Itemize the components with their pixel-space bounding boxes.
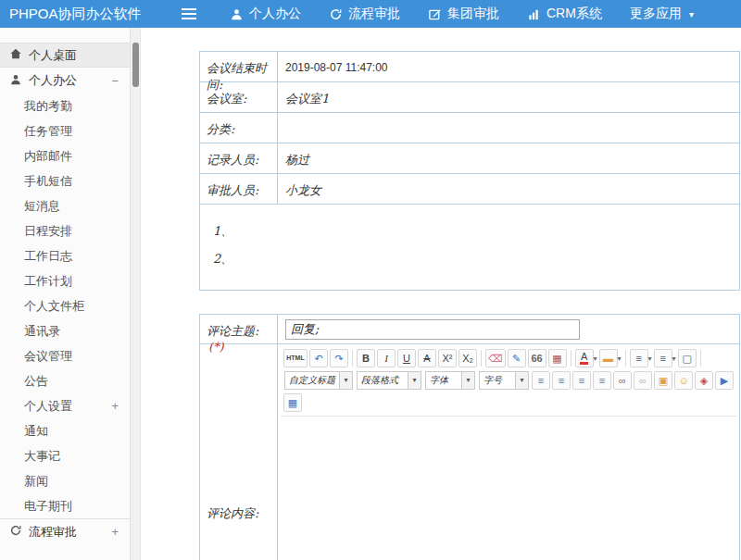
nav-workflow-approval[interactable]: 流程审批 bbox=[329, 6, 400, 22]
sidebar-item-big-events[interactable]: 大事记 bbox=[0, 443, 130, 468]
undo-icon[interactable]: ↶ bbox=[309, 349, 328, 367]
emoticon-icon[interactable]: ☺ bbox=[674, 371, 693, 390]
sidebar-item-news[interactable]: 新闻 bbox=[0, 468, 130, 493]
font-color-button[interactable]: A bbox=[575, 349, 594, 367]
sidebar-item-mobile-sms[interactable]: 手机短信 bbox=[0, 168, 130, 193]
underline-button[interactable]: U bbox=[397, 349, 416, 367]
field-label: 分类: bbox=[200, 113, 278, 143]
superscript-button[interactable]: X² bbox=[438, 349, 457, 367]
sidebar-item-personal-files[interactable]: 个人文件柜 bbox=[0, 293, 130, 318]
toolbar-separator bbox=[700, 350, 701, 367]
redo-icon[interactable]: ↷ bbox=[330, 349, 348, 367]
top-nav: 个人办公 流程审批 集团审批 CRM系统 更多应用 ▾ bbox=[230, 6, 722, 22]
person-icon bbox=[230, 7, 244, 21]
caret-down-icon[interactable]: ▾ bbox=[462, 371, 475, 390]
sidebar-item-notice[interactable]: 通知 bbox=[0, 418, 130, 443]
highlighter-button[interactable]: ▬ bbox=[599, 349, 618, 367]
nav-more-apps[interactable]: 更多应用 ▾ bbox=[630, 6, 694, 22]
meeting-content-cell: 1、 2、 bbox=[200, 205, 739, 290]
menu-toggle-icon[interactable] bbox=[182, 5, 206, 23]
field-label: 评论内容: bbox=[200, 344, 278, 560]
custom-title-dropdown[interactable]: 自定义标题 ▾ bbox=[284, 371, 353, 390]
nav-crm[interactable]: CRM系统 bbox=[527, 6, 602, 22]
align-center-button[interactable]: ≡ bbox=[552, 371, 571, 390]
sidebar-item-schedule[interactable]: 日程安排 bbox=[0, 218, 130, 243]
editor-content-area[interactable] bbox=[281, 416, 736, 560]
sidebar-item-personal-settings[interactable]: 个人设置 + bbox=[0, 393, 130, 418]
paragraph-format-dropdown[interactable]: 段落格式 ▾ bbox=[357, 371, 421, 390]
collapse-icon[interactable]: − bbox=[111, 74, 119, 88]
insert-table-button[interactable]: ▦ bbox=[283, 393, 302, 412]
scrollbar-thumb[interactable] bbox=[132, 43, 139, 87]
sidebar-item-short-message[interactable]: 短消息 bbox=[0, 193, 130, 218]
approver-row: 审批人员: 小龙女 bbox=[200, 174, 739, 205]
sidebar-item-task-management[interactable]: 任务管理 bbox=[0, 118, 130, 143]
editor-toolbar-row3: ▦ bbox=[281, 392, 736, 414]
vertical-scrollbar[interactable] bbox=[130, 28, 141, 560]
insert-image-icon[interactable]: ▣ bbox=[654, 371, 672, 390]
sidebar-group-personal-office[interactable]: 个人办公 − bbox=[0, 68, 130, 93]
home-icon bbox=[9, 47, 22, 63]
nav-group-approval[interactable]: 集团审批 bbox=[428, 6, 499, 22]
toolbar-separator bbox=[625, 350, 626, 367]
sidebar-item-my-attendance[interactable]: 我的考勤 bbox=[0, 93, 130, 118]
font-size-dropdown[interactable]: 字号 ▾ bbox=[479, 371, 529, 390]
media-icon[interactable]: ▶ bbox=[715, 371, 734, 390]
sidebar-item-contacts[interactable]: 通讯录 bbox=[0, 318, 130, 343]
blockquote-icon[interactable]: 66 bbox=[528, 349, 546, 367]
bold-button[interactable]: B bbox=[357, 349, 375, 367]
content-area: 会议结束时间: 2019-08-07 11:47:00 会议室: 会议室1 分类… bbox=[141, 28, 741, 560]
source-html-button[interactable]: HTML bbox=[283, 349, 308, 367]
font-family-dropdown[interactable]: 字体 ▾ bbox=[425, 371, 475, 390]
toolbar-separator bbox=[352, 350, 353, 367]
new-document-button[interactable]: ▢ bbox=[678, 349, 697, 367]
expand-icon[interactable]: + bbox=[111, 525, 119, 539]
refresh-icon bbox=[9, 524, 22, 540]
align-left-button[interactable]: ≡ bbox=[532, 371, 550, 390]
unordered-list-button[interactable]: ≡ bbox=[654, 349, 672, 367]
meeting-room-row: 会议室: 会议室1 bbox=[200, 82, 739, 113]
expand-icon[interactable]: + bbox=[111, 393, 119, 418]
format-brush-icon[interactable]: ✎ bbox=[508, 349, 526, 367]
strikethrough-button[interactable]: A bbox=[418, 349, 436, 367]
sidebar-item-work-plan[interactable]: 工作计划 bbox=[0, 268, 130, 293]
caret-down-icon[interactable]: ▾ bbox=[648, 355, 652, 363]
category-row: 分类: bbox=[200, 113, 739, 143]
align-justify-button[interactable]: ≡ bbox=[593, 371, 611, 390]
subscript-button[interactable]: X₂ bbox=[458, 349, 477, 367]
caret-down-icon[interactable]: ▾ bbox=[340, 371, 353, 390]
sidebar-item-announcement[interactable]: 公告 bbox=[0, 368, 130, 393]
sidebar-item-work-log[interactable]: 工作日志 bbox=[0, 243, 130, 268]
caret-down-icon[interactable]: ▾ bbox=[618, 355, 622, 363]
sidebar-item-e-journal[interactable]: 电子期刊 bbox=[0, 493, 130, 518]
person-icon bbox=[9, 73, 22, 89]
remove-format-icon[interactable]: ⌫ bbox=[485, 349, 506, 367]
unlink-icon[interactable]: ∞ bbox=[634, 371, 652, 390]
edit-icon bbox=[428, 7, 442, 21]
caret-down-icon[interactable]: ▾ bbox=[408, 371, 421, 390]
caret-down-icon[interactable]: ▾ bbox=[672, 355, 676, 363]
comment-subject-row: 评论主题: (*) bbox=[200, 315, 739, 344]
comment-subject-input[interactable] bbox=[285, 319, 580, 340]
sidebar-item-internal-mail[interactable]: 内部邮件 bbox=[0, 143, 130, 168]
table-grid-icon[interactable]: ▦ bbox=[548, 349, 567, 367]
comment-form-table: 评论主题: (*) 评论内容: HTML ↶ ↷ bbox=[199, 314, 740, 560]
sidebar-group-workflow-approval[interactable]: 流程审批 + bbox=[0, 518, 130, 544]
ordered-list-button[interactable]: ≡ bbox=[630, 349, 648, 367]
sidebar-item-meeting-management[interactable]: 会议管理 bbox=[0, 343, 130, 368]
link-icon[interactable]: ∞ bbox=[613, 371, 632, 390]
bar-chart-icon bbox=[527, 7, 541, 21]
field-value: 2019-08-07 11:47:00 bbox=[278, 52, 739, 81]
flash-icon[interactable]: ◈ bbox=[695, 371, 713, 390]
field-label: 会议结束时间: bbox=[200, 52, 278, 81]
comment-content-row: 评论内容: HTML ↶ ↷ B I U A X² bbox=[200, 344, 739, 560]
field-value: 杨过 bbox=[278, 143, 739, 173]
caret-down-icon[interactable]: ▾ bbox=[516, 371, 529, 390]
caret-down-icon[interactable]: ▾ bbox=[594, 355, 597, 363]
topbar: PHPOA协同办公软件 个人办公 流程审批 集团审批 CRM系统 更多应用 ▾ bbox=[0, 0, 741, 28]
align-right-button[interactable]: ≡ bbox=[572, 371, 591, 390]
italic-button[interactable]: I bbox=[377, 349, 396, 367]
nav-personal-office[interactable]: 个人办公 bbox=[230, 6, 301, 22]
rich-text-editor: HTML ↶ ↷ B I U A X² X₂ ⌫ ✎ bbox=[281, 347, 736, 560]
sidebar-item-personal-desktop[interactable]: 个人桌面 bbox=[0, 43, 130, 68]
